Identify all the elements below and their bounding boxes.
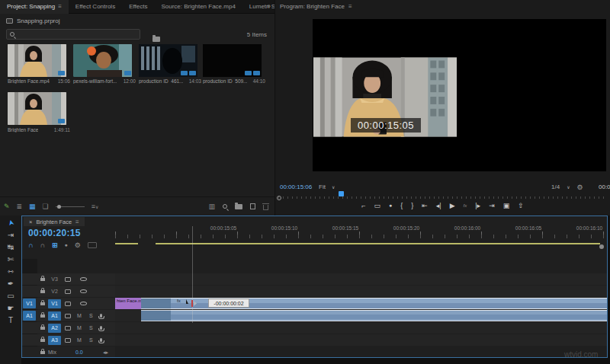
- lock-icon[interactable]: [40, 302, 45, 305]
- export-icon[interactable]: ⇧: [518, 200, 524, 211]
- list-view-icon[interactable]: ≣: [17, 203, 23, 210]
- search-input[interactable]: [18, 31, 132, 38]
- go-to-out-icon[interactable]: ⇥: [489, 200, 495, 211]
- item-thumbnail-pexels-william[interactable]: [73, 44, 132, 77]
- clear-trash-icon[interactable]: [263, 205, 268, 210]
- track-button-v1[interactable]: V1: [48, 299, 61, 308]
- mute-button[interactable]: M: [77, 313, 82, 318]
- play-icon[interactable]: ▶: [450, 200, 455, 211]
- track-output-eye-icon[interactable]: [80, 302, 87, 305]
- mute-button[interactable]: M: [77, 325, 82, 330]
- mix-volume-value[interactable]: 0.0: [75, 350, 83, 355]
- captions-icon[interactable]: [88, 242, 97, 248]
- edit-pencil-icon[interactable]: ✎: [4, 203, 10, 210]
- item-thumbnail-brighten-face-mp4[interactable]: [8, 44, 66, 77]
- item-thumbnail-production-461[interactable]: [139, 44, 197, 77]
- new-item-icon[interactable]: [250, 203, 255, 209]
- solo-button[interactable]: S: [89, 325, 93, 330]
- search-box[interactable]: [6, 29, 140, 40]
- program-scrub-bar[interactable]: [278, 193, 607, 199]
- thumbnail-zoom-slider[interactable]: [56, 206, 85, 207]
- voiceover-mic-icon[interactable]: [100, 326, 102, 330]
- lock-icon[interactable]: [40, 339, 45, 342]
- hand-tool-icon[interactable]: ☛: [8, 304, 14, 312]
- lock-icon[interactable]: [40, 278, 45, 281]
- pen-tool-icon[interactable]: ✒: [8, 279, 14, 288]
- source-patch-video[interactable]: V1: [23, 299, 36, 308]
- tab-overflow-icon[interactable]: »: [267, 2, 271, 10]
- lift-icon[interactable]: ⌐: [361, 200, 365, 211]
- icon-view-icon[interactable]: ▦: [29, 203, 36, 210]
- step-back-icon[interactable]: ◂|: [436, 200, 441, 211]
- selection-tool-icon[interactable]: ➤: [6, 219, 16, 227]
- automate-to-sequence-icon[interactable]: ▥: [208, 203, 215, 210]
- add-marker-icon[interactable]: ●: [65, 241, 68, 250]
- new-bin-icon[interactable]: [235, 204, 242, 209]
- step-forward-icon[interactable]: |▸: [475, 200, 480, 211]
- lock-icon[interactable]: [40, 290, 45, 293]
- type-tool-icon[interactable]: T: [8, 316, 13, 324]
- track-button-v2[interactable]: V2: [48, 287, 61, 296]
- item-thumbnail-brighten-face-seq[interactable]: [8, 92, 66, 125]
- timeline-tab[interactable]: × Brighten Face ≡: [24, 217, 85, 226]
- panel-menu-icon[interactable]: ≡: [348, 3, 352, 10]
- go-to-in-icon[interactable]: ⇤: [422, 200, 428, 211]
- sync-lock-icon[interactable]: [65, 326, 71, 330]
- tab-project[interactable]: Project: Snapping ≡: [0, 0, 69, 14]
- clip-video-unselected-part[interactable]: [141, 298, 171, 309]
- keyframe-nav-icons[interactable]: ◂▸: [103, 350, 108, 356]
- timeline-current-timecode[interactable]: 00:00:20:15: [28, 228, 81, 238]
- safe-margins-icon[interactable]: ▭: [374, 200, 381, 211]
- sync-lock-icon[interactable]: [65, 277, 71, 282]
- timeline-scroll-knob[interactable]: [599, 244, 604, 249]
- track-output-eye-icon[interactable]: [80, 277, 87, 281]
- sort-icons-icon[interactable]: ≡∨: [92, 203, 99, 211]
- settings-wrench-icon[interactable]: ⚙: [577, 184, 583, 191]
- lock-icon[interactable]: [40, 351, 45, 354]
- track-button-v3[interactable]: V3: [48, 275, 61, 284]
- track-select-tool-icon[interactable]: ⇥: [8, 231, 14, 239]
- program-current-timecode[interactable]: 00:00:15:06: [280, 184, 312, 190]
- program-header[interactable]: Program: Brighten Face ≡: [280, 3, 352, 10]
- panel-menu-icon[interactable]: ≡: [58, 3, 62, 10]
- track-button-a3[interactable]: A3: [48, 336, 61, 345]
- sync-lock-icon[interactable]: [65, 302, 71, 306]
- add-marker-icon[interactable]: ●: [389, 200, 392, 211]
- ripple-edit-tool-icon[interactable]: ↹: [8, 243, 14, 251]
- lock-icon[interactable]: [40, 327, 45, 330]
- snap-magnet-icon[interactable]: ∩: [28, 241, 34, 250]
- clip-audio-selected[interactable]: [171, 310, 607, 321]
- track-button-a1[interactable]: A1: [48, 311, 61, 321]
- tab-effect-controls[interactable]: Effect Controls: [69, 0, 122, 14]
- sync-lock-icon[interactable]: [65, 289, 71, 294]
- nest-indicator-icon[interactable]: ⊞: [52, 241, 58, 250]
- panel-menu-icon[interactable]: ≡: [75, 219, 79, 225]
- source-patch-audio[interactable]: A1: [23, 311, 36, 321]
- sync-lock-icon[interactable]: [65, 314, 71, 318]
- freeform-view-icon[interactable]: ❏: [43, 203, 49, 210]
- export-frame-icon[interactable]: ▣: [503, 200, 510, 211]
- voiceover-mic-icon[interactable]: [100, 314, 102, 318]
- track-output-eye-icon[interactable]: [80, 289, 87, 293]
- new-bin-folder-icon[interactable]: [152, 31, 160, 45]
- global-fx-mute-icon[interactable]: fx: [464, 200, 467, 211]
- mark-out-icon[interactable]: }: [411, 200, 413, 211]
- clip-brighten-face-purple[interactable]: hten Face.mp4: [115, 298, 141, 309]
- zoom-level-dropdown[interactable]: Fit ∨: [319, 184, 335, 190]
- timeline-settings-wrench-icon[interactable]: ⚙: [75, 241, 81, 250]
- playback-resolution-dropdown[interactable]: 1/4 ∨ ⚙: [551, 184, 583, 191]
- clip-audio-unselected-part[interactable]: [141, 310, 171, 321]
- solo-button[interactable]: S: [89, 337, 93, 343]
- close-icon[interactable]: ×: [29, 219, 32, 225]
- rectangle-tool-icon[interactable]: ▭: [7, 292, 14, 300]
- voiceover-mic-icon[interactable]: [100, 338, 102, 342]
- program-playhead[interactable]: [339, 191, 344, 196]
- tab-effects[interactable]: Effects: [122, 0, 154, 14]
- mark-in-icon[interactable]: {: [400, 200, 403, 211]
- find-icon[interactable]: [223, 204, 227, 209]
- solo-button[interactable]: S: [89, 313, 93, 318]
- linked-selection-icon[interactable]: ∩: [40, 241, 45, 250]
- mute-button[interactable]: M: [77, 337, 82, 343]
- track-button-a2[interactable]: A2: [48, 324, 61, 333]
- sync-lock-icon[interactable]: [65, 338, 71, 343]
